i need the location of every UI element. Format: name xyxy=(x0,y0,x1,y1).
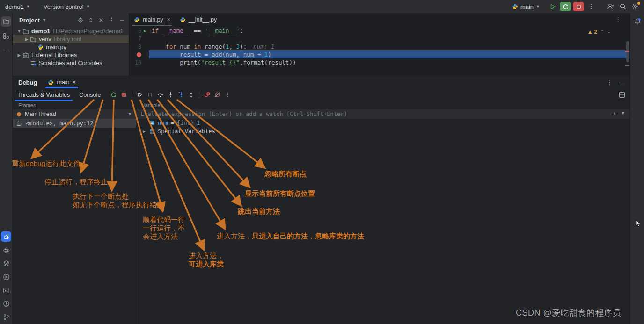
stripe-terminal-icon[interactable] xyxy=(1,285,11,295)
project-panel-title[interactable]: Project xyxy=(19,17,40,24)
step-out-icon[interactable] xyxy=(187,90,196,99)
close-icon[interactable]: × xyxy=(167,16,170,23)
chevron-down-icon[interactable]: ▼ xyxy=(622,111,624,117)
next-problem-icon[interactable]: ⌄ xyxy=(607,29,611,34)
code-line[interactable]: 6▶if __name__ == '__main__': xyxy=(129,27,629,35)
variable-row[interactable]: num = {int} 1 xyxy=(136,119,630,127)
rerun-debug-button[interactable] xyxy=(560,2,571,11)
run-line-icon[interactable]: ▶ xyxy=(144,29,146,33)
special-variables-row[interactable]: ▶Special Variables xyxy=(136,127,630,136)
chevron-right-icon[interactable]: ▶ xyxy=(142,129,146,134)
stripe-problems-icon[interactable] xyxy=(1,298,11,309)
python-icon xyxy=(512,4,518,10)
view-breakpoints-icon[interactable] xyxy=(203,90,212,99)
vcs-widget[interactable]: Version control ▼ xyxy=(39,1,95,12)
stop-icon[interactable] xyxy=(119,90,128,99)
warning-count: 2 xyxy=(594,29,597,35)
tree-item-scratches-and-consoles[interactable]: Scratches and Consoles xyxy=(13,59,129,67)
breakpoint-icon[interactable] xyxy=(137,52,141,57)
hide-icon[interactable]: — xyxy=(619,79,625,86)
chevron-down-icon: ▼ xyxy=(26,4,30,9)
python-icon xyxy=(180,17,186,23)
tab-label: main.py xyxy=(143,16,163,23)
stop-button[interactable] xyxy=(573,2,584,11)
chevron-down-icon: ▼ xyxy=(42,18,46,22)
stripe-git-branch-icon[interactable] xyxy=(1,312,11,322)
add-watch-icon[interactable]: + xyxy=(613,111,616,117)
notifications-bell-icon[interactable] xyxy=(632,16,643,26)
evaluate-expression-input[interactable]: Evaluate expression (Enter) or add a wat… xyxy=(136,109,630,119)
main-toolbar: demo1 ▼ Version control ▼ main▼ xyxy=(0,0,644,14)
stripe-structure-icon[interactable] xyxy=(1,31,11,41)
more-vertical-icon[interactable] xyxy=(585,1,597,12)
chevron-down-icon[interactable]: ▼ xyxy=(16,29,22,34)
tree-item-label: External Libraries xyxy=(31,52,77,58)
search-icon[interactable] xyxy=(617,1,629,12)
chevron-right-icon[interactable]: ▶ xyxy=(16,53,22,58)
step-into-icon[interactable] xyxy=(166,90,175,99)
stripe-run-circle-icon[interactable] xyxy=(1,272,11,282)
expand-icon[interactable] xyxy=(87,16,95,24)
tab-threads-variables[interactable]: Threads & Variables xyxy=(13,88,74,101)
tab-console[interactable]: Console xyxy=(74,88,105,101)
python-icon xyxy=(48,79,54,86)
code-editor[interactable]: 6▶if __name__ == '__main__':78 for num i… xyxy=(129,27,629,76)
collapse-all-icon[interactable] xyxy=(97,16,105,24)
run-config-selector[interactable]: main▼ xyxy=(520,3,540,10)
stripe-more-horizontal-icon[interactable] xyxy=(1,45,11,55)
prev-problem-icon[interactable]: ⌃ xyxy=(600,29,604,34)
frame-row[interactable]: <module>, main.py:12 xyxy=(13,119,136,128)
annotation-label-5: 进入方法，可进入库类 xyxy=(189,252,224,268)
annotation-label-1: 重新debug运行此文件 xyxy=(12,159,80,168)
hide-icon[interactable] xyxy=(117,16,126,24)
annotation-label-9: 忽略所有断点 xyxy=(264,170,307,178)
resume-icon[interactable] xyxy=(135,90,144,99)
code-line[interactable]: result = add(num, num + 1) xyxy=(129,50,629,58)
tree-item-demo1[interactable]: ▼demo1H:\PycharmProgect\demo1 xyxy=(13,27,129,35)
close-icon[interactable]: × xyxy=(73,79,76,86)
more-vertical-icon[interactable]: ⋮ xyxy=(607,79,613,86)
tree-item-external-libraries[interactable]: ▶External Libraries xyxy=(13,51,129,59)
code-line[interactable]: 8 for num in range(1, 3):num: 1 xyxy=(129,43,629,50)
code-line[interactable]: 7 xyxy=(129,35,629,43)
scrollbar-caret-mark xyxy=(625,65,629,66)
layout-settings-icon[interactable] xyxy=(619,92,625,98)
debug-toolbar xyxy=(109,90,232,99)
debug-session-tab[interactable]: main × xyxy=(44,76,80,88)
annotation-label-4: 顺着代码一行一行运行，不会进入方法 xyxy=(143,216,185,241)
frames-panel: Frames MainThread ▼ <module>, main.py:12 xyxy=(13,101,136,324)
stripe-debug-icon[interactable] xyxy=(1,231,11,242)
tree-item-suffix: H:\PycharmProgect\demo1 xyxy=(53,28,123,35)
force-step-into-icon[interactable] xyxy=(176,90,185,99)
variables-header: Variables xyxy=(136,101,630,109)
libraries-icon xyxy=(22,52,29,58)
tree-item-main-py[interactable]: main.py xyxy=(13,43,129,51)
add-user-icon[interactable] xyxy=(605,1,617,12)
settings-icon[interactable] xyxy=(629,1,641,12)
mute-breakpoints-icon[interactable] xyxy=(213,90,222,99)
more-vertical-icon[interactable] xyxy=(223,90,232,99)
rerun-debug-icon[interactable] xyxy=(109,90,118,99)
stripe-python-console-icon[interactable] xyxy=(1,245,11,255)
pause-icon[interactable] xyxy=(146,90,154,99)
stripe-folder-icon[interactable] xyxy=(1,16,11,27)
right-tool-stripe xyxy=(630,13,644,324)
thread-selector[interactable]: MainThread ▼ xyxy=(13,109,136,119)
project-widget[interactable]: demo1 ▼ xyxy=(1,1,35,12)
tree-item-venv[interactable]: ▶venvlibrary root xyxy=(13,35,129,43)
editor-tabs-more-icon[interactable]: ⋮ xyxy=(615,16,621,23)
variable-icon xyxy=(149,120,155,126)
code-line[interactable]: 10 print("result {}".format(result)) xyxy=(129,58,629,66)
annotation-label-8: 显示当前所有断点位置 xyxy=(245,189,315,198)
chevron-right-icon[interactable]: ▶ xyxy=(24,37,29,42)
step-over-icon[interactable] xyxy=(156,90,165,99)
editor-tab--init-py[interactable]: __init__.py xyxy=(175,13,221,26)
tree-item-suffix: library root xyxy=(54,36,81,43)
editor-tab-main-py[interactable]: main.py× xyxy=(129,13,175,26)
stripe-services-icon[interactable] xyxy=(1,258,11,268)
inspections-widget[interactable]: ▲2 ⌃ ⌄ xyxy=(587,29,611,35)
annotation-label-7: 跳出当前方法 xyxy=(238,207,280,216)
run-icon[interactable] xyxy=(547,1,559,12)
locate-icon[interactable] xyxy=(76,16,85,24)
more-vertical-icon[interactable] xyxy=(107,16,116,24)
